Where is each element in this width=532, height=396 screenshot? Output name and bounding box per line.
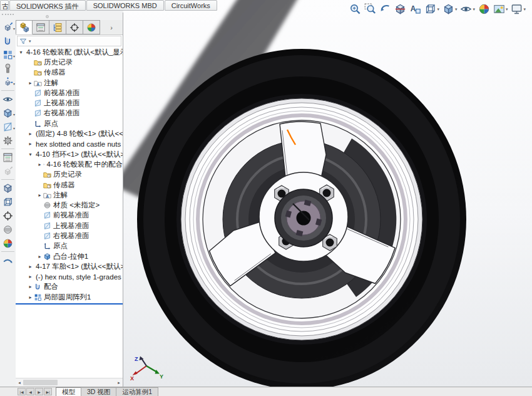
document-tab[interactable]: 3D 视图 <box>81 387 116 396</box>
expander-collapsed-icon[interactable]: ▸ <box>27 274 34 279</box>
command-tab-0[interactable]: SOLIDWORKS 插件 <box>9 0 86 11</box>
doc-nav-button-3[interactable]: ▶| <box>44 388 52 395</box>
tree-row[interactable]: 原点 <box>16 118 123 128</box>
axle-castle-nut[interactable] <box>275 189 332 247</box>
tree-row[interactable]: ▸凸台-拉伸1 <box>16 251 123 261</box>
command-tab-2[interactable]: CircuitWorks <box>165 0 217 11</box>
tree-row[interactable]: ▸局部圆周阵列1 <box>16 292 123 302</box>
previous-view-button[interactable] <box>378 3 392 16</box>
expander-collapsed-icon[interactable]: ▸ <box>27 80 34 86</box>
command-tab-partial[interactable]: 古 <box>0 0 9 11</box>
scrollbar-thumb[interactable] <box>23 380 58 385</box>
dropdown-caret-icon[interactable]: ▾ <box>13 55 15 58</box>
view-orientation-button[interactable]: ▾ <box>423 3 441 16</box>
tree-row[interactable]: ▸配合 <box>16 282 123 292</box>
expander-collapsed-icon[interactable]: ▸ <box>27 294 34 300</box>
clearance-verification-button[interactable] <box>0 195 15 209</box>
tree-row[interactable]: 传感器 <box>16 180 123 190</box>
scroll-left-icon[interactable]: ◂ <box>16 380 23 385</box>
panel-horizontal-scrollbar[interactable]: ◂ ▸ <box>16 378 123 387</box>
assembly-features-button[interactable]: ▾ <box>0 106 15 120</box>
featuremanager-tab-tab[interactable] <box>16 20 33 34</box>
tree-row[interactable]: ▸注解 <box>16 78 123 88</box>
move-component-button[interactable]: ▾ <box>0 75 15 89</box>
tree-row[interactable]: 前视基准面 <box>16 211 123 221</box>
dropdown-caret-icon[interactable]: ▾ <box>506 7 508 11</box>
hide-show-items-button[interactable]: ▾ <box>459 3 476 16</box>
tree-filter[interactable]: ▾ <box>17 36 121 46</box>
filter-caret-icon[interactable]: ▾ <box>29 39 31 43</box>
tree-row[interactable]: 材质 <未指定> <box>16 200 123 210</box>
dropdown-caret-icon[interactable]: ▾ <box>13 127 15 130</box>
insert-components-button[interactable]: ▾ <box>0 20 15 34</box>
displaymanager-tab-tab[interactable] <box>83 20 100 34</box>
new-motion-study-button[interactable] <box>0 133 15 147</box>
display-style-button[interactable]: ▾ <box>441 3 459 16</box>
reference-geometry-button[interactable]: ▾ <box>0 120 15 133</box>
dropdown-caret-icon[interactable]: ▾ <box>437 7 439 11</box>
tree-row[interactable]: 上视基准面 <box>16 221 123 231</box>
dropdown-caret-icon[interactable]: ▾ <box>523 7 526 11</box>
tree-row[interactable]: ▸hex slotted and castle nuts 1-gra <box>16 139 123 149</box>
dropdown-caret-icon[interactable]: ▾ <box>473 7 475 11</box>
tree-row[interactable]: 右视基准面 <box>16 108 123 118</box>
dropdown-caret-icon[interactable]: ▾ <box>13 82 15 86</box>
hole-alignment-button[interactable] <box>0 209 15 222</box>
tree-row[interactable]: 历史记录 <box>16 170 123 180</box>
bill-of-materials-button[interactable] <box>0 150 15 164</box>
tree-row[interactable]: ▸(-) hex nuts, style 1-grades ab g <box>16 272 123 282</box>
expander-collapsed-icon[interactable]: ▸ <box>27 284 34 289</box>
wheel-assembly-model[interactable]: X Y Z <box>123 0 532 387</box>
interference-detection-button[interactable] <box>0 181 15 195</box>
expander-collapsed-icon[interactable]: ▸ <box>27 141 34 147</box>
expander-collapsed-icon[interactable]: ▸ <box>27 131 34 137</box>
document-tab[interactable]: 模型 <box>56 387 81 396</box>
doc-nav-button-2[interactable]: ▶ <box>35 388 43 395</box>
dropdown-caret-icon[interactable]: ▾ <box>13 27 15 31</box>
dropdown-caret-icon[interactable]: ▾ <box>13 113 15 117</box>
panel-grip[interactable] <box>16 13 123 20</box>
tree-row[interactable]: 历史记录 <box>16 57 123 67</box>
expander-expanded-icon[interactable]: ▾ <box>18 50 24 55</box>
expander-expanded-icon[interactable]: ▾ <box>27 152 34 157</box>
tree-row[interactable]: ▸4-17 车胎<1> (默认<<默认>_显示 <box>16 261 123 271</box>
dropdown-caret-icon[interactable]: ▾ <box>455 7 458 11</box>
graphics-viewport[interactable]: X Y Z ▾▾▾▾▾ <box>123 0 532 387</box>
tree-row[interactable]: 前视基准面 <box>16 88 123 98</box>
rollback-bar[interactable] <box>16 303 123 305</box>
tree-row[interactable]: 右视基准面 <box>16 231 123 241</box>
scroll-right-icon[interactable]: ▸ <box>115 380 123 385</box>
mate-button[interactable] <box>0 34 15 48</box>
panel-tab-overflow[interactable]: › <box>100 20 123 34</box>
tree-row[interactable]: ▸(固定) 4-8 轮毂<1> (默认<<默认> <box>16 128 123 138</box>
smart-fasteners-button[interactable] <box>0 61 15 75</box>
document-tab[interactable]: 运动算例1 <box>116 387 158 396</box>
edit-appearance-button[interactable] <box>477 3 491 16</box>
propertymanager-tab-tab[interactable] <box>33 20 49 34</box>
performance-evaluation-button[interactable] <box>0 236 15 250</box>
doc-nav-button-1[interactable]: ◀ <box>26 388 34 395</box>
apply-scene-button[interactable]: ▾ <box>492 3 509 16</box>
zoom-to-fit-button[interactable] <box>348 3 362 16</box>
dynamic-annotation-views-button[interactable] <box>408 3 422 16</box>
tree-row[interactable]: 原点 <box>16 241 123 251</box>
linear-component-pattern-button[interactable]: ▾ <box>0 48 15 61</box>
tree-row[interactable]: 上视基准面 <box>16 98 123 108</box>
show-hidden-components-button[interactable] <box>0 92 15 106</box>
zoom-to-area-button[interactable] <box>363 3 377 16</box>
expander-collapsed-icon[interactable]: ▸ <box>27 264 34 269</box>
tree-row[interactable]: ▸注解 <box>16 190 123 200</box>
section-view-button[interactable] <box>393 3 407 16</box>
view-settings-button[interactable]: ▾ <box>509 3 527 16</box>
expander-collapsed-icon[interactable]: ▸ <box>36 254 43 259</box>
expander-collapsed-icon[interactable]: ▸ <box>36 192 43 198</box>
expander-collapsed-icon[interactable]: ▸ <box>36 162 43 167</box>
mass-properties-button[interactable] <box>0 222 15 236</box>
tree-row[interactable]: 传感器 <box>16 68 123 78</box>
doc-nav-button-0[interactable]: |◀ <box>18 388 26 395</box>
command-tab-1[interactable]: SOLIDWORKS MBD <box>86 0 164 11</box>
toolbar-grip[interactable] <box>2 14 14 18</box>
configurationmanager-tab-tab[interactable] <box>49 20 66 34</box>
tree-row[interactable]: ▸4-16 轮毂装配 中的配合 <box>16 159 123 169</box>
tree-row[interactable]: ▾4-10 挡环<1> (默认<<默认>_显示 <box>16 149 123 159</box>
